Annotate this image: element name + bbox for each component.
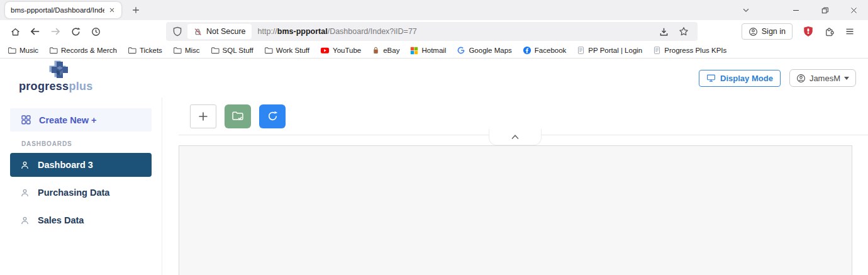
bookmark-sql-stuff[interactable]: SQL Stuff [211, 46, 253, 55]
sidebar-section-label: DASHBOARDS [21, 140, 162, 147]
downloads-icon[interactable] [659, 26, 669, 37]
bookmark-star-icon[interactable] [679, 26, 689, 36]
folder-icon [128, 46, 136, 55]
url-bar[interactable]: Not Secure http://bms-ppportal/Dashboard… [166, 22, 698, 41]
app-header: progressplus Display Mode JamesM [0, 59, 868, 98]
bookmark-pp-portal[interactable]: PP Portal | Login [577, 46, 642, 55]
monitor-icon [706, 74, 716, 82]
history-clock-icon[interactable] [86, 22, 106, 41]
bookmark-misc[interactable]: Misc [173, 46, 200, 55]
refresh-icon [267, 110, 279, 122]
plus-icon [197, 110, 209, 123]
logo-wordmark: progressplus [19, 80, 93, 93]
bookmark-progress-plus-kpis[interactable]: Progress Plus KPIs [653, 46, 726, 55]
browser-tab[interactable]: bms-ppportal/Dashboard/Index?iID [5, 2, 121, 18]
google-g-icon [457, 46, 465, 55]
sidebar: Create New + DASHBOARDS Dashboard 3 Purc… [0, 98, 162, 275]
user-menu-button[interactable]: JamesM [789, 69, 856, 87]
tab-list-chevron-icon[interactable] [736, 0, 756, 20]
person-icon [20, 216, 30, 225]
tab-title: bms-ppportal/Dashboard/Index?iID [11, 6, 104, 14]
folder-icon [264, 46, 273, 55]
tracking-shield-icon[interactable] [172, 26, 182, 36]
sidebar-item-dashboard-3[interactable]: Dashboard 3 [10, 153, 152, 177]
folder-icon [49, 46, 58, 55]
folder-icon [8, 46, 16, 55]
folder-icon [211, 46, 220, 55]
bookmark-records-merch[interactable]: Records & Merch [49, 46, 117, 55]
window-restore-button[interactable] [810, 0, 839, 20]
signin-label: Sign in [762, 27, 786, 36]
tab-close-icon[interactable] [108, 6, 116, 14]
window-close-button[interactable] [839, 0, 868, 20]
microsoft-icon [410, 47, 418, 55]
url-host: bms-ppportal [277, 27, 328, 36]
caret-down-icon [844, 77, 849, 80]
folder-check-icon [231, 110, 244, 122]
not-secure-chip[interactable]: Not Secure [187, 24, 252, 39]
chevron-up-icon [511, 134, 520, 140]
bookmark-tickets[interactable]: Tickets [128, 46, 162, 55]
browser-tab-strip: bms-ppportal/Dashboard/Index?iID [0, 0, 868, 20]
forward-icon[interactable] [45, 22, 65, 41]
firefox-signin-button[interactable]: Sign in [742, 23, 793, 40]
new-tab-button[interactable] [126, 2, 145, 18]
adblock-shield-icon[interactable] [803, 26, 814, 37]
display-mode-button[interactable]: Display Mode [699, 70, 781, 87]
bookmark-ebay[interactable]: eBay [372, 46, 399, 55]
extensions-puzzle-icon[interactable] [824, 26, 835, 37]
dashboard-canvas [179, 145, 852, 275]
content-area: Create New + DASHBOARDS Dashboard 3 Purc… [0, 98, 868, 275]
grid-icon [21, 115, 31, 125]
sidebar-item-sales-data[interactable]: Sales Data [10, 208, 152, 232]
folder-icon [173, 46, 182, 55]
url-text: http://bms-ppportal/Dashboard/Index?iID=… [258, 27, 417, 36]
bookmark-work-stuff[interactable]: Work Stuff [264, 46, 309, 55]
main-area [162, 98, 868, 275]
menu-hamburger-icon[interactable] [845, 26, 855, 36]
bookmark-google-maps[interactable]: Google Maps [457, 46, 511, 55]
reload-icon[interactable] [65, 22, 86, 41]
user-avatar-icon [796, 74, 806, 83]
sidebar-item-purchasing-data[interactable]: Purchasing Data [10, 181, 152, 205]
browser-toolbar: Not Secure http://bms-ppportal/Dashboard… [0, 20, 868, 43]
bookmarks-bar: Music Records & Merch Tickets Misc SQL S… [0, 43, 868, 59]
account-icon [748, 27, 758, 36]
window-minimize-button[interactable] [781, 0, 810, 20]
bookmark-hotmail[interactable]: Hotmail [410, 47, 446, 55]
toolbar-collapse-pill[interactable] [489, 129, 542, 145]
back-icon[interactable] [25, 22, 45, 41]
bookmark-music[interactable]: Music [8, 46, 38, 55]
refresh-dashboard-button[interactable] [259, 104, 286, 128]
create-new-button[interactable]: Create New + [10, 108, 152, 132]
person-icon [20, 160, 30, 170]
youtube-icon [320, 46, 330, 55]
progress-plus-logo: progressplus [19, 60, 97, 96]
home-icon[interactable] [5, 22, 25, 41]
security-label: Not Secure [206, 27, 246, 36]
person-icon [20, 188, 30, 198]
ebay-bag-icon [372, 46, 380, 55]
bookmark-youtube[interactable]: YouTube [320, 46, 361, 55]
page-icon [653, 46, 661, 55]
bookmark-facebook[interactable]: Facebook [523, 46, 567, 55]
lock-crossed-icon [193, 27, 203, 36]
add-widget-button[interactable] [190, 104, 216, 128]
facebook-icon [523, 46, 531, 55]
open-dashboard-button[interactable] [225, 104, 251, 128]
page-icon [577, 46, 585, 55]
